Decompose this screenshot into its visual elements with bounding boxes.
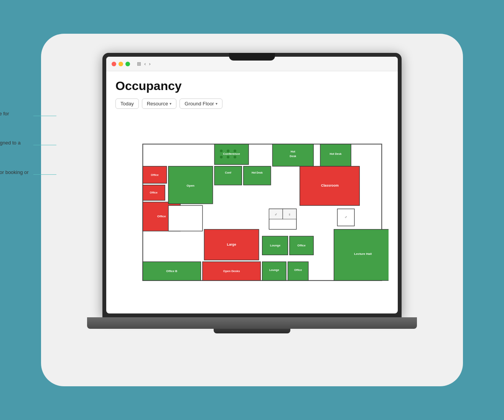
traffic-light-red[interactable] [112,62,116,66]
svg-text:Large: Large [227,243,236,246]
traffic-light-green[interactable] [125,62,130,66]
svg-text:♀: ♀ [288,212,291,217]
legend-item-assigned: The entire resource is assigned to a com… [0,139,33,153]
svg-text:Office: Office [151,174,158,177]
app-content: Occupancy Today Resource ▾ Ground Floor … [106,71,398,313]
svg-text:Open: Open [187,184,195,187]
page-title: Occupancy [115,79,389,93]
svg-text:Classroom: Classroom [321,184,339,187]
svg-point-51 [234,156,236,158]
legend-text-unavailable: The resource isn't available for assignm… [0,110,33,124]
legend-line-unavailable [33,116,56,116]
legend-text-assigned: The entire resource is assigned to a com… [0,139,33,153]
legend-container: The resource isn't available for assignm… [0,110,33,183]
svg-text:Conf: Conf [225,171,232,174]
resource-dropdown[interactable]: Resource ▾ [142,98,177,109]
svg-text:Desk: Desk [290,155,296,158]
svg-point-47 [227,149,229,152]
svg-text:♂: ♂ [275,212,277,217]
legend-text-available: The resource is available for booking or… [0,169,33,183]
svg-text:Lounge: Lounge [270,244,280,247]
titlebar-icons: ⊞ ‹ › [137,61,151,67]
laptop-wrapper: ⊞ ‹ › Occupancy Today Resource ▾ [79,53,425,367]
legend-item-available: The resource is available for booking or… [0,169,33,183]
svg-text:Hot Desk: Hot Desk [330,153,342,156]
legend-item-unavailable: The resource isn't available for assignm… [0,110,33,124]
traffic-light-yellow[interactable] [119,62,123,66]
svg-text:Lecture Hall: Lecture Hall [354,252,372,256]
svg-text:Open Desks: Open Desks [223,269,240,273]
grid-icon[interactable]: ⊞ [137,61,141,67]
svg-text:Hot: Hot [291,150,295,153]
svg-point-46 [220,149,222,152]
svg-text:Lounge: Lounge [269,269,279,272]
laptop-screen: ⊞ ‹ › Occupancy Today Resource ▾ [102,53,402,317]
floorplan-container: Conference Hot Desk Hot Desk Office [115,114,389,310]
floorplan-svg: Conference Hot Desk Hot Desk Office [115,114,389,310]
today-button[interactable]: Today [115,98,139,109]
svg-rect-22 [168,205,203,231]
forward-icon[interactable]: › [149,61,150,67]
legend-line-assigned [33,145,56,145]
resource-label: Resource [147,101,168,107]
laptop-notch [229,53,275,61]
traffic-lights [112,62,130,66]
floor-label: Ground Floor [184,101,214,107]
svg-text:Conference: Conference [223,152,240,156]
svg-rect-18 [244,166,271,185]
laptop-screen-inner: ⊞ ‹ › Occupancy Today Resource ▾ [106,57,398,313]
toolbar: Today Resource ▾ Ground Floor ▾ [115,98,389,109]
svg-rect-16 [214,166,242,185]
svg-point-50 [227,156,229,158]
svg-text:Office: Office [157,215,166,218]
svg-text:Office: Office [294,269,302,272]
svg-text:Office B: Office B [166,269,177,273]
resource-chevron: ▾ [170,102,171,106]
svg-text:♂: ♂ [344,215,347,219]
outer-card: The resource isn't available for assignm… [41,34,463,386]
svg-text:Hot Desk: Hot Desk [252,171,263,174]
floor-dropdown[interactable]: Ground Floor ▾ [180,98,222,109]
floor-chevron: ▾ [216,102,217,106]
legend-line-available [33,174,56,175]
svg-point-49 [220,156,222,158]
svg-text:Office: Office [297,244,305,247]
laptop-base [87,317,417,329]
svg-point-48 [234,149,236,152]
svg-text:Office: Office [150,191,158,194]
back-icon[interactable]: ‹ [144,61,146,67]
